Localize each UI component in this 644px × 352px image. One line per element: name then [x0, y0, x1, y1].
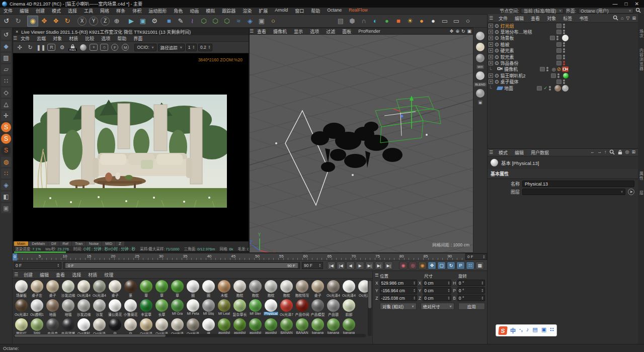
- sky-object-icon[interactable]: ∩: [358, 16, 369, 27]
- render-picture-viewer-icon[interactable]: ▣: [137, 16, 148, 27]
- volume-tool-icon[interactable]: ◈: [245, 16, 256, 27]
- ime-punctuation[interactable]: ·,: [519, 326, 523, 334]
- am-menu-1[interactable]: 模式: [495, 149, 511, 156]
- perspective-viewport[interactable]: ☰查看摄像机显示选项过滤面板ProRender✥⊕↻▣ 透视视图 YXZ 网格间…: [249, 28, 474, 253]
- record-keyframe-button[interactable]: ◉: [399, 261, 408, 270]
- menu-18[interactable]: 窗口: [291, 8, 307, 14]
- octane-blend-node[interactable]: BLEND: [474, 82, 486, 86]
- ime-soft-keyboard[interactable]: ▤: [532, 326, 537, 334]
- mat-menu-1[interactable]: 创建: [20, 272, 36, 278]
- editor-toggle[interactable]: [556, 30, 561, 34]
- visibility-dots[interactable]: [549, 86, 551, 91]
- menu-12[interactable]: 动画: [186, 8, 202, 14]
- octane-fan-icon[interactable]: ✣: [15, 43, 24, 52]
- material-item[interactable]: 抱枕: [248, 280, 263, 299]
- am-up-icon[interactable]: ↑: [604, 149, 607, 156]
- mat-menu-5[interactable]: 材质: [85, 272, 101, 278]
- object-name[interactable]: 地面: [504, 85, 513, 92]
- material-item[interactable]: 前部: [341, 299, 357, 318]
- kernel-dropdown[interactable]: 路径追踪˅: [158, 44, 185, 51]
- render-pass-tab-main[interactable]: Main: [14, 241, 28, 246]
- menu-16[interactable]: 扩展: [255, 8, 271, 14]
- material-item[interactable]: 抱枕: [263, 280, 279, 299]
- render-settings-icon[interactable]: ⚙: [149, 16, 160, 27]
- render-pass-tab-ref[interactable]: Ref: [59, 241, 71, 246]
- menu-6[interactable]: 工具: [80, 8, 97, 14]
- end-frame-spinner[interactable]: 90 F▲▼: [302, 262, 323, 269]
- editor-toggle[interactable]: [537, 86, 542, 91]
- object-row[interactable]: +⊙猫王喇叭机2: [488, 72, 644, 78]
- live-selection-icon[interactable]: ◉: [27, 16, 38, 27]
- menu-10[interactable]: 运动图形: [145, 8, 170, 14]
- live-viewer-close-icon[interactable]: ×: [16, 29, 18, 34]
- interface-dropdown[interactable]: Octane (用户)˅: [578, 8, 633, 14]
- edges-mode-icon[interactable]: ◇: [1, 87, 11, 98]
- menu-19[interactable]: 帮助: [307, 8, 324, 14]
- octane-hdri-icon[interactable]: ●: [416, 16, 427, 27]
- om-filter-icon[interactable]: ▽: [626, 16, 630, 21]
- key-parameter-toggle[interactable]: P: [456, 261, 465, 270]
- octane-grid-node[interactable]: ▦: [478, 100, 483, 105]
- key-scale-toggle[interactable]: ▢: [437, 261, 446, 270]
- preview-range-slider[interactable]: 0 F90 F: [63, 262, 300, 269]
- timeline-frame-spinner[interactable]: 0 F▲▼: [465, 253, 487, 260]
- vp-menu-7[interactable]: ProRender: [355, 29, 384, 34]
- rotation-input[interactable]: 0 °▲▼: [457, 295, 485, 301]
- material-item[interactable]: 桌子: [45, 280, 60, 299]
- keyframe-selection-button[interactable]: ◉: [418, 261, 427, 270]
- material-item[interactable]: 产品中间: [294, 299, 310, 318]
- octane-mix-node[interactable]: MIX: [476, 65, 484, 69]
- array-dots-icon[interactable]: ∷: [1, 168, 11, 179]
- sogou-logo-icon[interactable]: S: [498, 326, 508, 335]
- add-box-icon[interactable]: +: [89, 43, 98, 52]
- menu-7[interactable]: 网格: [97, 8, 113, 14]
- object-row[interactable]: +⊙饰品备份: [488, 60, 644, 66]
- prev-key-button[interactable]: |◀: [337, 261, 345, 270]
- lv-menu-1[interactable]: 文件: [17, 35, 33, 42]
- focus-pick-icon[interactable]: F: [110, 43, 119, 52]
- script-tool-icon[interactable]: ▣: [1, 203, 11, 213]
- menu-4[interactable]: 模式: [48, 8, 64, 14]
- rotation-input[interactable]: 0 °▲▼: [457, 287, 485, 294]
- om-add-icon[interactable]: ⊞: [632, 16, 636, 21]
- editor-toggle[interactable]: [556, 24, 561, 28]
- material-hscrollbar[interactable]: [14, 334, 366, 337]
- menu-14[interactable]: 跟踪器: [218, 8, 239, 14]
- visibility-dots[interactable]: [563, 42, 565, 47]
- zoom-view-icon[interactable]: ⊕: [455, 29, 459, 34]
- material-item[interactable]: 木框: [216, 280, 232, 299]
- pan-view-icon[interactable]: ✥: [450, 29, 454, 34]
- octane-node-ball-2[interactable]: [476, 43, 485, 51]
- octane-material-icon[interactable]: ●: [428, 16, 439, 27]
- material-item[interactable]: 沙发: [92, 299, 107, 318]
- object-row[interactable]: +⊙软元素: [488, 54, 644, 60]
- object-name[interactable]: 摄像机: [504, 66, 518, 72]
- material-item[interactable]: 地面: [45, 299, 60, 318]
- object-row[interactable]: └地面✓: [488, 85, 644, 91]
- size-input[interactable]: 0 cm▲▼: [423, 280, 451, 286]
- minimize-button[interactable]: —: [613, 1, 618, 7]
- material-item[interactable]: 桌子: [107, 280, 123, 299]
- viewport-canvas[interactable]: YXZ: [250, 35, 473, 252]
- object-name[interactable]: 桌子载体: [500, 78, 518, 85]
- editor-toggle[interactable]: [551, 73, 556, 78]
- material-item[interactable]: 丰富草: [138, 299, 154, 318]
- material-item[interactable]: 小雏菊花: [123, 299, 138, 318]
- object-name[interactable]: 草地分布…地毯: [500, 29, 532, 35]
- rotation-input[interactable]: 0 °▲▼: [457, 280, 485, 286]
- expand-toggle[interactable]: +: [489, 79, 493, 84]
- octane-object-tag-icon[interactable]: [563, 73, 569, 78]
- snap-tool-icon[interactable]: ◈: [1, 180, 11, 190]
- lv-menu-8[interactable]: 界面: [130, 35, 146, 42]
- object-row[interactable]: +⊙硬元素: [488, 48, 644, 54]
- expand-toggle[interactable]: +: [489, 55, 493, 59]
- object-row[interactable]: +⊙灯光组: [488, 23, 644, 29]
- editor-toggle[interactable]: [550, 36, 555, 40]
- visibility-dots[interactable]: [546, 67, 548, 71]
- menu-20[interactable]: Octane: [324, 8, 345, 14]
- om-menu-1[interactable]: 文件: [495, 15, 511, 22]
- ime-voice-input[interactable]: ♪: [526, 326, 529, 334]
- menu-8[interactable]: 样条: [113, 8, 129, 14]
- mat-burger-icon[interactable]: ☰: [14, 272, 18, 277]
- material-item[interactable]: 抱枕: [232, 280, 248, 299]
